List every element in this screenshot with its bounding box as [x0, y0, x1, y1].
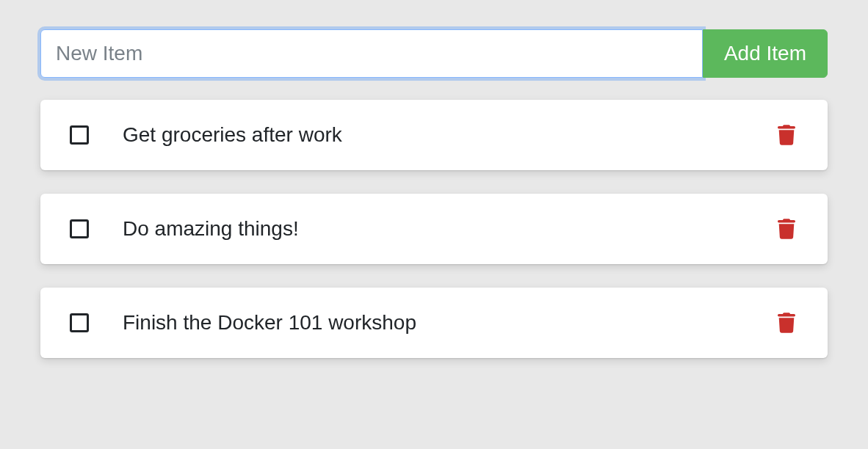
item-text: Get groceries after work	[123, 123, 775, 147]
trash-icon	[778, 125, 795, 145]
delete-button[interactable]	[775, 122, 798, 148]
delete-button[interactable]	[775, 216, 798, 242]
item-text: Do amazing things!	[123, 217, 775, 241]
add-item-button[interactable]: Add Item	[703, 29, 828, 78]
list-item: Get groceries after work	[40, 100, 828, 170]
add-item-row: Add Item	[40, 29, 828, 78]
item-checkbox[interactable]	[70, 125, 89, 145]
item-checkbox[interactable]	[70, 219, 89, 238]
new-item-input[interactable]	[40, 29, 703, 78]
list-item: Do amazing things!	[40, 194, 828, 264]
todo-list: Get groceries after work Do amazing thin…	[40, 100, 828, 358]
delete-button[interactable]	[775, 310, 798, 336]
item-checkbox[interactable]	[70, 313, 89, 332]
trash-icon	[778, 219, 795, 239]
list-item: Finish the Docker 101 workshop	[40, 288, 828, 358]
item-text: Finish the Docker 101 workshop	[123, 311, 775, 335]
trash-icon	[778, 313, 795, 333]
